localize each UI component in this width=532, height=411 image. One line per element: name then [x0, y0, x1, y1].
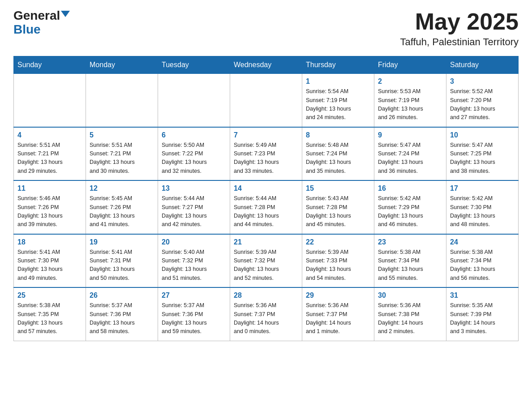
week-row-2: 4Sunrise: 5:51 AMSunset: 7:21 PMDaylight…	[14, 127, 519, 181]
day-number: 21	[234, 238, 298, 246]
day-info: Sunrise: 5:53 AMSunset: 7:19 PMDaylight:…	[378, 87, 442, 122]
week-row-3: 11Sunrise: 5:46 AMSunset: 7:26 PMDayligh…	[14, 180, 519, 234]
day-number: 23	[378, 238, 442, 246]
day-info: Sunrise: 5:52 AMSunset: 7:20 PMDaylight:…	[450, 87, 515, 122]
day-info: Sunrise: 5:51 AMSunset: 7:21 PMDaylight:…	[17, 141, 82, 176]
day-info: Sunrise: 5:43 AMSunset: 7:28 PMDaylight:…	[306, 194, 370, 229]
day-info: Sunrise: 5:38 AMSunset: 7:34 PMDaylight:…	[450, 248, 515, 283]
calendar-cell: 3Sunrise: 5:52 AMSunset: 7:20 PMDaylight…	[446, 74, 519, 127]
calendar-cell: 24Sunrise: 5:38 AMSunset: 7:34 PMDayligh…	[446, 234, 519, 288]
calendar-cell: 6Sunrise: 5:50 AMSunset: 7:22 PMDaylight…	[158, 127, 230, 181]
day-number: 16	[378, 184, 442, 193]
day-number: 19	[90, 238, 154, 246]
day-number: 9	[378, 131, 442, 139]
calendar-cell: 13Sunrise: 5:44 AMSunset: 7:27 PMDayligh…	[158, 180, 230, 234]
day-number: 20	[162, 238, 226, 246]
weekday-header-row: Sunday Monday Tuesday Wednesday Thursday…	[14, 56, 519, 74]
day-info: Sunrise: 5:35 AMSunset: 7:39 PMDaylight:…	[450, 301, 515, 336]
calendar-title: May 2025	[400, 9, 519, 34]
calendar-cell: 2Sunrise: 5:53 AMSunset: 7:19 PMDaylight…	[374, 74, 446, 127]
calendar-cell: 8Sunrise: 5:48 AMSunset: 7:24 PMDaylight…	[302, 127, 374, 181]
calendar-cell	[230, 74, 302, 127]
day-number: 3	[450, 77, 515, 86]
day-info: Sunrise: 5:48 AMSunset: 7:24 PMDaylight:…	[306, 141, 370, 176]
header-sunday: Sunday	[14, 56, 86, 74]
day-number: 1	[306, 77, 370, 86]
day-info: Sunrise: 5:39 AMSunset: 7:32 PMDaylight:…	[234, 248, 298, 283]
calendar-location: Taffuh, Palestinian Territory	[400, 36, 519, 48]
day-number: 11	[17, 184, 82, 193]
day-info: Sunrise: 5:49 AMSunset: 7:23 PMDaylight:…	[234, 141, 298, 176]
day-info: Sunrise: 5:40 AMSunset: 7:32 PMDaylight:…	[162, 248, 226, 283]
day-number: 6	[162, 131, 226, 139]
calendar-cell: 18Sunrise: 5:41 AMSunset: 7:30 PMDayligh…	[14, 234, 86, 288]
day-number: 30	[378, 291, 442, 300]
day-info: Sunrise: 5:42 AMSunset: 7:30 PMDaylight:…	[450, 194, 515, 229]
calendar-cell: 31Sunrise: 5:35 AMSunset: 7:39 PMDayligh…	[446, 287, 519, 341]
header-thursday: Thursday	[302, 56, 374, 74]
calendar-cell: 20Sunrise: 5:40 AMSunset: 7:32 PMDayligh…	[158, 234, 230, 288]
day-number: 29	[306, 291, 370, 300]
title-block: May 2025 Taffuh, Palestinian Territory	[400, 9, 519, 48]
calendar-cell: 25Sunrise: 5:38 AMSunset: 7:35 PMDayligh…	[14, 287, 86, 341]
day-info: Sunrise: 5:41 AMSunset: 7:31 PMDaylight:…	[90, 248, 154, 283]
logo-text-blue: Blue	[13, 23, 41, 37]
day-info: Sunrise: 5:46 AMSunset: 7:26 PMDaylight:…	[17, 194, 82, 229]
week-row-1: 1Sunrise: 5:54 AMSunset: 7:19 PMDaylight…	[14, 74, 519, 127]
day-info: Sunrise: 5:42 AMSunset: 7:29 PMDaylight:…	[378, 194, 442, 229]
calendar-cell	[14, 74, 86, 127]
day-number: 15	[306, 184, 370, 193]
day-number: 26	[90, 291, 154, 300]
day-info: Sunrise: 5:54 AMSunset: 7:19 PMDaylight:…	[306, 87, 370, 122]
day-info: Sunrise: 5:37 AMSunset: 7:36 PMDaylight:…	[90, 301, 154, 336]
day-number: 28	[234, 291, 298, 300]
calendar-cell: 14Sunrise: 5:44 AMSunset: 7:28 PMDayligh…	[230, 180, 302, 234]
day-number: 12	[90, 184, 154, 193]
calendar-table: Sunday Monday Tuesday Wednesday Thursday…	[13, 56, 519, 341]
calendar-cell: 1Sunrise: 5:54 AMSunset: 7:19 PMDaylight…	[302, 74, 374, 127]
day-info: Sunrise: 5:36 AMSunset: 7:37 PMDaylight:…	[234, 301, 298, 336]
day-info: Sunrise: 5:36 AMSunset: 7:38 PMDaylight:…	[378, 301, 442, 336]
calendar-cell	[158, 74, 230, 127]
day-info: Sunrise: 5:37 AMSunset: 7:36 PMDaylight:…	[162, 301, 226, 336]
day-number: 8	[306, 131, 370, 139]
day-number: 14	[234, 184, 298, 193]
calendar-cell: 4Sunrise: 5:51 AMSunset: 7:21 PMDaylight…	[14, 127, 86, 181]
header-saturday: Saturday	[446, 56, 519, 74]
day-info: Sunrise: 5:51 AMSunset: 7:21 PMDaylight:…	[90, 141, 154, 176]
calendar-cell: 21Sunrise: 5:39 AMSunset: 7:32 PMDayligh…	[230, 234, 302, 288]
calendar-cell: 15Sunrise: 5:43 AMSunset: 7:28 PMDayligh…	[302, 180, 374, 234]
day-number: 4	[17, 131, 82, 139]
calendar-cell: 19Sunrise: 5:41 AMSunset: 7:31 PMDayligh…	[86, 234, 158, 288]
calendar-cell: 9Sunrise: 5:47 AMSunset: 7:24 PMDaylight…	[374, 127, 446, 181]
week-row-5: 25Sunrise: 5:38 AMSunset: 7:35 PMDayligh…	[14, 287, 519, 341]
day-info: Sunrise: 5:44 AMSunset: 7:28 PMDaylight:…	[234, 194, 298, 229]
calendar-cell	[86, 74, 158, 127]
calendar-cell: 7Sunrise: 5:49 AMSunset: 7:23 PMDaylight…	[230, 127, 302, 181]
logo-triangle-icon	[61, 11, 70, 17]
calendar-cell: 17Sunrise: 5:42 AMSunset: 7:30 PMDayligh…	[446, 180, 519, 234]
day-number: 2	[378, 77, 442, 86]
calendar-cell: 11Sunrise: 5:46 AMSunset: 7:26 PMDayligh…	[14, 180, 86, 234]
day-number: 22	[306, 238, 370, 246]
calendar-cell: 29Sunrise: 5:36 AMSunset: 7:37 PMDayligh…	[302, 287, 374, 341]
day-number: 7	[234, 131, 298, 139]
day-number: 25	[17, 291, 82, 300]
day-info: Sunrise: 5:38 AMSunset: 7:34 PMDaylight:…	[378, 248, 442, 283]
day-info: Sunrise: 5:45 AMSunset: 7:26 PMDaylight:…	[90, 194, 154, 229]
day-number: 10	[450, 131, 515, 139]
day-info: Sunrise: 5:41 AMSunset: 7:30 PMDaylight:…	[17, 248, 82, 283]
calendar-cell: 30Sunrise: 5:36 AMSunset: 7:38 PMDayligh…	[374, 287, 446, 341]
day-number: 24	[450, 238, 515, 246]
calendar-cell: 23Sunrise: 5:38 AMSunset: 7:34 PMDayligh…	[374, 234, 446, 288]
day-info: Sunrise: 5:47 AMSunset: 7:25 PMDaylight:…	[450, 141, 515, 176]
calendar-cell: 27Sunrise: 5:37 AMSunset: 7:36 PMDayligh…	[158, 287, 230, 341]
day-number: 13	[162, 184, 226, 193]
day-number: 18	[17, 238, 82, 246]
day-number: 31	[450, 291, 515, 300]
day-number: 27	[162, 291, 226, 300]
week-row-4: 18Sunrise: 5:41 AMSunset: 7:30 PMDayligh…	[14, 234, 519, 288]
calendar-cell: 5Sunrise: 5:51 AMSunset: 7:21 PMDaylight…	[86, 127, 158, 181]
day-number: 17	[450, 184, 515, 193]
header-wednesday: Wednesday	[230, 56, 302, 74]
